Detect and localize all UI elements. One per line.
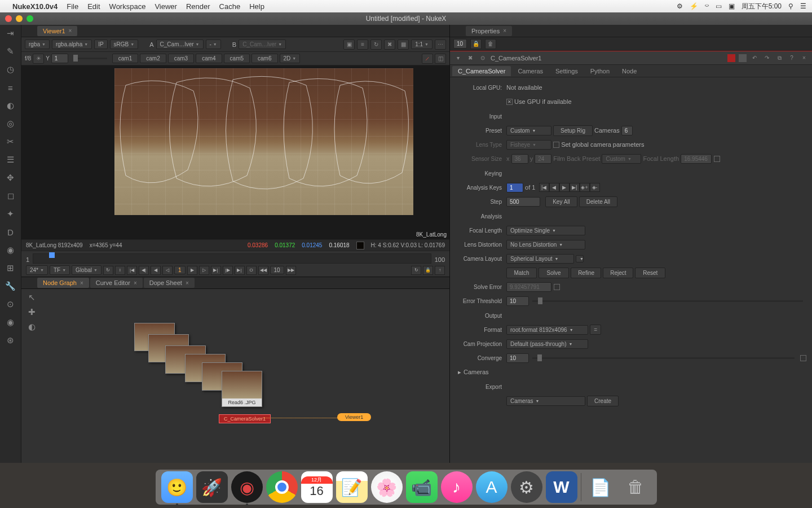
bluetooth-icon[interactable]: ⚡	[690, 2, 698, 10]
close-icon[interactable]: ×	[69, 28, 72, 34]
errthresh-slider[interactable]	[532, 300, 803, 302]
camproj-select[interactable]: Default (pass-through)▼	[506, 339, 588, 349]
rail-channel-icon[interactable]: ≡	[5, 81, 17, 94]
spotlight-icon[interactable]: ⚲	[788, 2, 793, 10]
menu-workspace[interactable]: Workspace	[109, 2, 146, 11]
clip-icon[interactable]: ▣	[343, 40, 355, 50]
step-value[interactable]: 500	[506, 197, 540, 207]
focallen-select[interactable]: Optimize Single▼	[506, 226, 585, 235]
tf-select[interactable]: TF▼	[50, 265, 70, 275]
format-select[interactable]: root.format 8192x4096▼	[506, 325, 588, 335]
setglobal-check[interactable]	[553, 142, 559, 148]
rail-cara-icon[interactable]: ⊛	[5, 334, 17, 347]
create-button[interactable]: Create	[587, 396, 619, 406]
node-col-icon[interactable]	[727, 54, 735, 62]
rail-furnace-icon[interactable]: ◉	[5, 316, 17, 329]
rail-color-icon[interactable]: ◐	[5, 99, 17, 112]
a-input-select[interactable]: C_Cam…lver▼	[156, 40, 204, 49]
center-icon[interactable]: ⊙	[478, 54, 487, 63]
max-panels[interactable]: 10	[453, 39, 467, 49]
current-frame[interactable]: 1	[174, 266, 186, 274]
export-icon[interactable]: ↑	[435, 266, 445, 275]
dock-nuke[interactable]: ◉	[231, 471, 263, 503]
cam6-button[interactable]: cam6	[251, 54, 277, 63]
cam5-button[interactable]: cam5	[224, 54, 250, 63]
cam3-button[interactable]: cam3	[168, 54, 194, 63]
refine-button[interactable]: Refine	[571, 268, 601, 278]
solveerr-value[interactable]: 9.92457791	[506, 282, 551, 292]
export-select[interactable]: Cameras▼	[506, 396, 585, 406]
sensor-y[interactable]: 24	[535, 154, 551, 164]
solve-button[interactable]: Solve	[539, 268, 569, 278]
reject-button[interactable]: Reject	[603, 268, 633, 278]
rail-import-icon[interactable]: ⇥	[5, 27, 17, 40]
lock-icon[interactable]: 🔒	[423, 266, 433, 275]
rail-toolsets-icon[interactable]: 🔧	[5, 280, 17, 292]
status-icon[interactable]: ⚙	[677, 2, 683, 10]
cam2-button[interactable]: cam2	[140, 54, 166, 63]
tab-properties[interactable]: Properties×	[466, 26, 512, 36]
dock-appstore[interactable]: A	[476, 471, 508, 503]
tab-viewer[interactable]: Viewer1×	[37, 26, 77, 36]
keyall-button[interactable]: Key All	[545, 196, 577, 207]
node-panel-header[interactable]: ▾ ✖ ⊙ C_CameraSolver1 ↶ ↷ ⧉ ? ×	[450, 51, 812, 65]
reset-button[interactable]: Reset	[635, 268, 665, 278]
range-select[interactable]: Global▼	[72, 265, 102, 275]
camera-solver-node[interactable]: C_CameraSolver1	[219, 414, 271, 423]
anakeys-value[interactable]: 1	[506, 183, 523, 192]
wipe-icon[interactable]: ⟋	[422, 54, 433, 64]
b-input-select[interactable]: C_Cam…lver▼	[239, 40, 286, 49]
last-frame-icon[interactable]: ▶|	[235, 266, 245, 275]
converge-slider[interactable]	[532, 357, 795, 359]
rail-3d-icon[interactable]: ◻	[5, 190, 17, 202]
converge-value[interactable]: 10	[506, 353, 529, 363]
redo-icon[interactable]: ↷	[762, 54, 771, 63]
rail-time-icon[interactable]: ◷	[5, 63, 17, 76]
usegpu-check[interactable]: ✕	[506, 99, 513, 105]
first-frame-icon[interactable]: |◀	[127, 266, 137, 275]
preset-select[interactable]: Custom▼	[506, 126, 551, 135]
ntab-solver[interactable]: C_CameraSolver	[452, 66, 511, 76]
undo-icon[interactable]: ↶	[750, 54, 759, 63]
step-back-icon[interactable]: ◁	[162, 266, 173, 275]
pause-icon[interactable]: ✖	[384, 40, 395, 50]
focal-value[interactable]: 16.95446	[681, 154, 712, 164]
fps-select[interactable]: 24*▼	[26, 265, 48, 275]
rail-merge-icon[interactable]: ☰	[5, 154, 17, 166]
input-icon[interactable]: ▣	[729, 2, 735, 10]
out-point-icon[interactable]: O	[246, 266, 257, 275]
tab-dope-sheet[interactable]: Dope Sheet×	[144, 278, 195, 288]
dock-settings[interactable]: ⚙	[511, 471, 542, 503]
menu-render[interactable]: Render	[186, 2, 210, 11]
dock-facetime[interactable]: 📹	[406, 471, 438, 503]
refresh-icon[interactable]: ↻	[370, 40, 382, 50]
proxy-icon[interactable]: ≡	[357, 40, 368, 50]
jump-fwd-icon[interactable]: ▶▶	[286, 266, 296, 275]
app-menu[interactable]: NukeX10.0v4	[12, 2, 58, 11]
lock-icon[interactable]: 🔒	[470, 39, 482, 49]
hide-icon[interactable]: ✖	[466, 54, 475, 63]
cameras-count[interactable]: 6	[621, 126, 633, 135]
float-icon[interactable]: ⧉	[775, 54, 784, 63]
play-icon[interactable]: ▶	[187, 266, 197, 275]
key-add-icon[interactable]: ◈+	[580, 183, 590, 192]
menu-help[interactable]: Help	[249, 2, 264, 11]
rail-views-icon[interactable]: ◉	[5, 244, 17, 256]
menu-cache[interactable]: Cache	[219, 2, 241, 11]
lensdist-select[interactable]: No Lens Distortion▼	[506, 240, 585, 249]
overlay-icon[interactable]: ◫	[435, 54, 446, 64]
next-key-icon[interactable]: |▶	[223, 266, 233, 275]
cam4-button[interactable]: cam4	[196, 54, 222, 63]
channel-select[interactable]: rgba▼	[25, 40, 50, 49]
focal-anim[interactable]	[714, 156, 720, 162]
tab-curve-editor[interactable]: Curve Editor×	[90, 278, 143, 288]
viewer-canvas[interactable]: 8K_LatLong	[21, 65, 449, 239]
dock-photos[interactable]: 🌸	[371, 471, 403, 503]
read-node-6[interactable]: Read6 .JPG	[222, 371, 262, 407]
battery-icon[interactable]: ▭	[716, 2, 722, 10]
cameras-expand-icon[interactable]: ▸	[456, 369, 464, 376]
ip-button[interactable]: IP	[94, 40, 107, 49]
dock-finder[interactable]: 🙂	[161, 471, 193, 503]
add-node-icon[interactable]: ✚	[25, 307, 38, 317]
close-icon[interactable]: ×	[503, 28, 506, 34]
